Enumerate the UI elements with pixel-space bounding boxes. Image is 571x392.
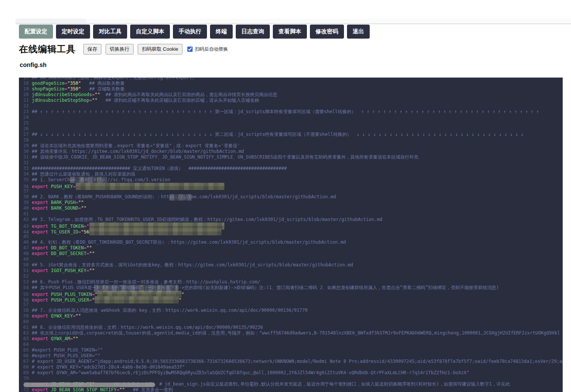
line-number: 38	[22, 194, 29, 200]
line-number: 52	[22, 274, 29, 279]
line-number: 31	[22, 154, 29, 160]
code-line-17: 17## UN_SUBSCRIBES（选填，由脚本去export，无需在conf…	[19, 78, 563, 81]
line-number: 39	[22, 200, 29, 205]
line-number: 62	[22, 330, 29, 336]
code-line-52: 52	[19, 274, 563, 279]
line-number: 19	[22, 86, 29, 92]
line-number: 72	[22, 387, 29, 392]
filename-label: config.sh	[20, 62, 47, 68]
line-number: 67	[22, 359, 29, 364]
redaction-overlay	[70, 177, 107, 183]
line-number: 24	[22, 115, 29, 120]
code-editor[interactable]: 17## UN_SUBSCRIBES（选填，由脚本去export，无需在conf…	[19, 78, 563, 392]
line-number: 17	[22, 78, 29, 81]
auto-replace-checkbox-wrap: 扫码后自动替换	[187, 46, 228, 53]
line-number: 22	[22, 103, 29, 109]
code-lines: 17## UN_SUBSCRIBES（选填，由脚本去export，无需在conf…	[19, 78, 563, 392]
nav-button-change-password[interactable]: 修改密码	[310, 25, 344, 39]
nav-button-custom-script[interactable]: 自定义脚本	[130, 25, 170, 39]
code-line-34: 34## 想通过什么渠道收取通知，就填入对应渠道的值	[19, 171, 563, 177]
code-line-65: 65#export PUSH_PLUS_TOKEN=""	[19, 347, 563, 353]
code-line-32: 32	[19, 160, 563, 166]
code-line-58: 58## 7. 企业微信机器人消息推送 webhook 后面的 key，文档：h…	[19, 308, 563, 313]
line-number: 50	[22, 262, 29, 268]
auto-replace-label[interactable]: 扫码后自动替换	[195, 46, 228, 53]
code-line-69: 69# export QYWX_AM="wwe5abaf787bf6cec6,r…	[19, 370, 563, 376]
code-line-48: 48export DD_BOT_SECRET=""	[19, 251, 563, 257]
line-number: 23	[22, 109, 29, 115]
code-line-24: 24	[19, 115, 563, 120]
code-line-19: 19shopPageSize="350" ## 店铺取关数量	[19, 86, 563, 92]
main-nav: 配置设定定时设定对比工具自定义脚本手动执行终端日志查询查看脚本修改密码退出	[19, 25, 373, 39]
toggle-wrap-button[interactable]: 切换换行	[106, 44, 134, 54]
code-line-70: 70	[19, 376, 563, 381]
code-line-51: 51export IGOT_PUSH_KEY=""	[19, 268, 563, 274]
line-number: 68	[22, 364, 29, 370]
line-number: 69	[22, 370, 29, 376]
line-number: 42	[22, 217, 29, 222]
horizontal-scrollbar-thumb[interactable]	[23, 383, 155, 387]
line-number: 53	[22, 279, 29, 285]
code-line-22: 22	[19, 103, 563, 109]
redacted-value	[89, 228, 221, 235]
nav-button-timer[interactable]: 定时设定	[56, 25, 90, 39]
line-number: 25	[22, 120, 29, 126]
auto-replace-checkbox[interactable]	[187, 47, 193, 52]
line-number: 18	[22, 81, 29, 86]
code-line-23: 23## ↑ ↑ ↑ ↑ ↑ ↑ ↑ ↑ ↑ ↑ ↑ ↑ ↑ ↑ ↑ ↑ ↑ ↑…	[19, 109, 563, 115]
code-line-44: 44export TG_USER_ID="56	[19, 228, 563, 234]
code-line-30: 30## 其他变量详见：https://gitee.com/lxk0301/jd…	[19, 149, 563, 154]
line-number: 47	[22, 245, 29, 251]
code-line-64: 64	[19, 342, 563, 347]
code-line-67: 67# export JD_USER_AGENT="jdapp;android;…	[19, 359, 563, 364]
code-line-20: 20jdUnsubscribeStopGoods="" ## 遇到此商品不再取关…	[19, 92, 563, 98]
line-number: 40	[22, 205, 29, 211]
line-number: 61	[22, 325, 29, 330]
code-line-72: 72export JD_BEAN_SIGN_STOP_NOTIFY="" ## …	[19, 387, 563, 392]
code-line-39: 39export BARK_PUSH=""	[19, 200, 563, 205]
code-line-49: 49	[19, 257, 563, 262]
redacted-value	[76, 183, 224, 190]
code-line-40: 40export BARK_SOUND=""	[19, 205, 563, 211]
line-number: 32	[22, 160, 29, 166]
code-line-29: 29## 请在本区域补充其他你需要用到变量，export 变量名="变量值"，或…	[19, 143, 563, 149]
nav-button-terminal[interactable]: 终端	[210, 25, 233, 39]
nav-button-view-script[interactable]: 查看脚本	[273, 25, 307, 39]
line-number: 30	[22, 149, 29, 154]
line-number: 65	[22, 347, 29, 353]
line-number: 70	[22, 376, 29, 381]
code-line-46: 46## 4. 钉钉，教程（看DD_BOT_TOKEN和DD_BOT_SECRE…	[19, 240, 563, 245]
code-line-28: 28	[19, 137, 563, 143]
nav-button-config[interactable]: 配置设定	[19, 25, 53, 39]
line-number: 33	[22, 166, 29, 171]
code-line-36: 36export PUSH_KEY=	[19, 183, 563, 188]
save-button[interactable]: 保存	[83, 44, 101, 54]
redaction-overlay	[94, 285, 178, 292]
browser-tab-strip	[16, 19, 571, 24]
code-line-50: 50## 5. iGot聚合推送，支持多方式推送，填写iGot的推送key。教程…	[19, 262, 563, 268]
code-line-60: 60	[19, 319, 563, 325]
code-line-59: 59export QYWX_KEY=""	[19, 313, 563, 319]
line-number: 20	[22, 92, 29, 98]
code-line-62: 62## 依次填上corpid的值,corpsecret的值,touser的值,…	[19, 330, 563, 336]
line-number: 21	[22, 98, 29, 103]
line-number: 35	[22, 177, 29, 183]
nav-button-manual-run[interactable]: 手动执行	[173, 25, 207, 39]
code-line-43: 43export TG_BOT_TOKEN='	[19, 222, 563, 228]
code-line-38: 38## 2. BARK，教程（看BARK_PUSH和BARK_SOUND的说明…	[19, 194, 563, 200]
line-number: 63	[22, 336, 29, 342]
code-line-41: 41	[19, 211, 563, 217]
scan-cookie-button[interactable]: 扫码获取 Cookie	[138, 44, 182, 54]
line-number: 58	[22, 308, 29, 313]
line-number: 29	[22, 143, 29, 149]
nav-button-diff[interactable]: 对比工具	[93, 25, 127, 39]
code-line-26: 26	[19, 126, 563, 132]
nav-button-logout[interactable]: 退出	[347, 25, 370, 39]
code-line-42: 42## 3. Telegram，如需使用，TG_BOT_TOKEN和TG_US…	[19, 217, 563, 222]
line-number: 27	[22, 132, 29, 137]
code-line-33: 33#################################### 定…	[19, 166, 563, 171]
nav-button-logs[interactable]: 日志查询	[236, 25, 270, 39]
code-line-53: 53## 6. Push Plus，微信扫码登录后一对一推送或一对多推送，参考文…	[19, 279, 563, 285]
line-number: 45	[22, 234, 29, 240]
redaction-overlay	[170, 194, 191, 201]
